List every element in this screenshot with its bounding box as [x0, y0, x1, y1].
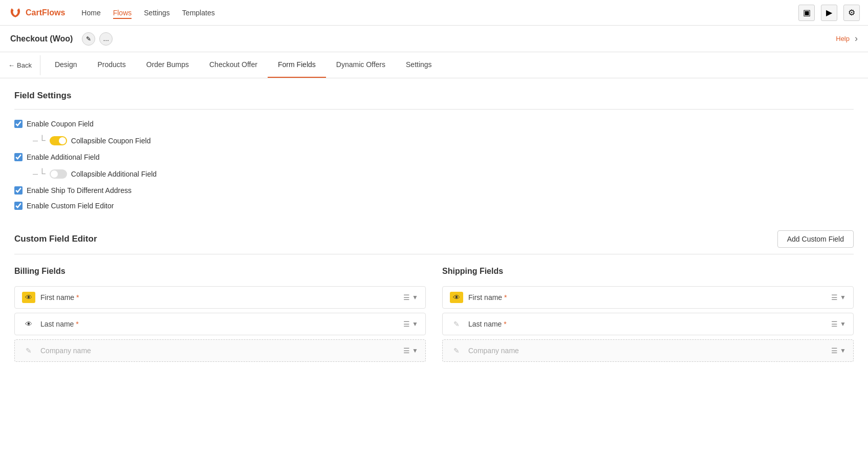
shipping-last-name-row: ✎ Last name * ☰ ▼ — [442, 313, 854, 335]
tab-settings[interactable]: Settings — [396, 52, 442, 78]
document-icon-btn[interactable]: ▣ — [798, 5, 815, 21]
billing-first-name-row: 👁 First name * ☰ ▼ — [14, 286, 426, 309]
billing-last-name-label: Last name * — [40, 320, 398, 328]
page-header-icons: ✎ … — [82, 32, 113, 46]
custom-field-divider — [14, 254, 854, 254]
tab-order-bumps[interactable]: Order Bumps — [136, 52, 199, 78]
back-link[interactable]: ← Back — [8, 55, 40, 75]
collapsible-additional-row: └ Collapsible Additional Field — [29, 168, 854, 179]
enable-ship-label: Enable Ship To Different Address — [27, 186, 132, 195]
billing-first-name-label: First name * — [40, 293, 398, 301]
billing-first-name-chevron-icon[interactable]: ▼ — [412, 294, 418, 301]
billing-company-menu-icon[interactable]: ☰ — [403, 347, 410, 355]
shipping-first-name-row: 👁 First name * ☰ ▼ — [442, 286, 854, 309]
tab-design[interactable]: Design — [45, 52, 88, 78]
billing-first-name-required: * — [76, 293, 79, 301]
collapsible-coupon-label: Collapsible Coupon Field — [71, 137, 151, 145]
shipping-company-menu-icon[interactable]: ☰ — [831, 347, 838, 355]
billing-company-label: Company name — [40, 347, 398, 355]
enable-ship-row[interactable]: Enable Ship To Different Address — [14, 186, 854, 195]
back-label: Back — [17, 61, 32, 69]
billing-fields-column: Billing Fields 👁 First name * ☰ ▼ 👁 — [14, 267, 426, 366]
additional-indent: └ Collapsible Additional Field — [29, 168, 157, 179]
fields-columns: Billing Fields 👁 First name * ☰ ▼ 👁 — [14, 267, 854, 366]
shipping-first-name-required: * — [504, 293, 507, 301]
shipping-last-name-actions: ☰ ▼ — [831, 320, 846, 328]
collapsible-coupon-row: └ Collapsible Coupon Field — [29, 135, 854, 146]
shipping-company-label: Company name — [468, 347, 826, 355]
logo[interactable]: CartFlows — [8, 6, 65, 20]
enable-coupon-label: Enable Coupon Field — [27, 120, 94, 128]
tabs-bar: ← Back Design Products Order Bumps Check… — [0, 52, 868, 78]
additional-indent-icon: └ — [39, 168, 46, 179]
collapsible-additional-toggle[interactable] — [50, 169, 67, 179]
enable-ship-checkbox[interactable] — [14, 186, 23, 195]
billing-last-name-actions: ☰ ▼ — [403, 320, 418, 328]
tab-products[interactable]: Products — [88, 52, 136, 78]
nav-flows[interactable]: Flows — [113, 7, 132, 19]
enable-coupon-row[interactable]: Enable Coupon Field — [14, 120, 854, 128]
tab-form-fields[interactable]: Form Fields — [268, 52, 326, 78]
shipping-last-name-menu-icon[interactable]: ☰ — [831, 320, 838, 328]
edit-icon-btn[interactable]: ✎ — [82, 32, 95, 46]
billing-company-eye-icon: ✎ — [22, 345, 35, 356]
billing-company-actions: ☰ ▼ — [403, 347, 418, 355]
main-content: Field Settings Enable Coupon Field └ Col… — [0, 78, 868, 449]
nav-settings[interactable]: Settings — [144, 7, 170, 19]
more-icon-btn[interactable]: … — [99, 32, 113, 46]
shipping-last-name-required: * — [504, 320, 506, 328]
shipping-first-name-menu-icon[interactable]: ☰ — [831, 293, 838, 301]
billing-fields-title: Billing Fields — [14, 267, 426, 276]
billing-last-name-row: 👁 Last name * ☰ ▼ — [14, 313, 426, 335]
enable-coupon-checkbox[interactable] — [14, 120, 23, 128]
billing-company-name-row: ✎ Company name ☰ ▼ — [14, 339, 426, 362]
enable-custom-checkbox[interactable] — [14, 202, 23, 210]
enable-custom-row[interactable]: Enable Custom Field Editor — [14, 202, 854, 210]
shipping-last-name-eye-icon: ✎ — [450, 318, 463, 330]
shipping-first-name-actions: ☰ ▼ — [831, 293, 846, 301]
top-nav: CartFlows Home Flows Settings Templates … — [0, 0, 868, 26]
custom-field-editor-section: Custom Field Editor Add Custom Field Bil… — [14, 230, 854, 366]
shipping-last-name-label: Last name * — [468, 320, 826, 328]
back-arrow-icon: ← — [8, 61, 15, 69]
coupon-indent-icon: └ — [39, 135, 46, 146]
help-link[interactable]: Help — [836, 35, 850, 42]
billing-last-name-eye-icon: 👁 — [22, 318, 35, 330]
field-settings-section: Field Settings Enable Coupon Field └ Col… — [14, 91, 854, 210]
enable-additional-label: Enable Additional Field — [27, 153, 99, 161]
billing-first-name-eye-icon: 👁 — [22, 292, 35, 303]
shipping-first-name-chevron-icon[interactable]: ▼ — [840, 294, 846, 301]
billing-company-chevron-icon[interactable]: ▼ — [412, 347, 418, 354]
nav-home[interactable]: Home — [81, 7, 100, 19]
shipping-company-chevron-icon[interactable]: ▼ — [840, 347, 846, 354]
collapse-btn[interactable]: › — [855, 33, 858, 44]
field-settings-title: Field Settings — [14, 91, 854, 101]
shipping-last-name-chevron-icon[interactable]: ▼ — [840, 320, 846, 328]
nav-templates[interactable]: Templates — [182, 7, 215, 19]
nav-icons: ▣ ▶ ⚙ — [798, 5, 860, 21]
shipping-fields-column: Shipping Fields 👁 First name * ☰ ▼ ✎ — [442, 267, 854, 366]
shipping-first-name-eye-icon: 👁 — [450, 292, 463, 303]
nav-links: Home Flows Settings Templates — [81, 7, 214, 19]
enable-custom-label: Enable Custom Field Editor — [27, 202, 114, 210]
add-custom-field-button[interactable]: Add Custom Field — [777, 230, 854, 248]
play-icon-btn[interactable]: ▶ — [821, 5, 837, 21]
enable-additional-row[interactable]: Enable Additional Field — [14, 153, 854, 161]
page-header-right: Help › — [836, 33, 858, 44]
page-title: Checkout (Woo) — [10, 34, 73, 44]
shipping-company-eye-icon: ✎ — [450, 345, 463, 356]
shipping-fields-title: Shipping Fields — [442, 267, 854, 276]
tab-checkout-offer[interactable]: Checkout Offer — [199, 52, 268, 78]
billing-first-name-menu-icon[interactable]: ☰ — [403, 293, 410, 301]
billing-last-name-required: * — [76, 320, 78, 328]
billing-last-name-menu-icon[interactable]: ☰ — [403, 320, 410, 328]
enable-additional-checkbox[interactable] — [14, 153, 23, 161]
shipping-company-name-row: ✎ Company name ☰ ▼ — [442, 339, 854, 362]
shipping-first-name-label: First name * — [468, 293, 826, 301]
billing-last-name-chevron-icon[interactable]: ▼ — [412, 320, 418, 328]
collapsible-additional-label: Collapsible Additional Field — [71, 170, 157, 178]
settings-circle-icon-btn[interactable]: ⚙ — [843, 5, 860, 21]
tab-dynamic-offers[interactable]: Dynamic Offers — [326, 52, 396, 78]
collapsible-coupon-toggle[interactable] — [50, 136, 67, 145]
billing-first-name-actions: ☰ ▼ — [403, 293, 418, 301]
